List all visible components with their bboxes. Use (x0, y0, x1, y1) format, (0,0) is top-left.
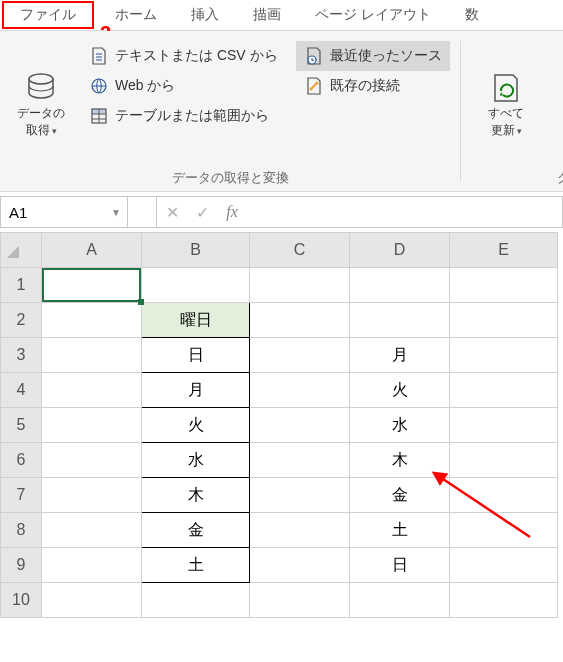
fx-icon: fx (226, 203, 238, 221)
cell-B4[interactable]: 月 (142, 373, 250, 408)
cell-B10[interactable] (142, 583, 250, 618)
cell-D7[interactable]: 金 (350, 478, 450, 513)
cell-D3[interactable]: 月 (350, 338, 450, 373)
col-header-D[interactable]: D (350, 233, 450, 268)
cell-B5[interactable]: 火 (142, 408, 250, 443)
enter-formula-button[interactable]: ✓ (187, 197, 217, 227)
cell-C5[interactable] (250, 408, 350, 443)
cell-B1[interactable] (142, 268, 250, 303)
cell-C9[interactable] (250, 548, 350, 583)
row-header-6[interactable]: 6 (1, 443, 42, 478)
cell-A8[interactable] (42, 513, 142, 548)
cell-C1[interactable] (250, 268, 350, 303)
cell-B7[interactable]: 木 (142, 478, 250, 513)
cancel-formula-button[interactable]: ✕ (157, 197, 187, 227)
cell-D2[interactable] (350, 303, 450, 338)
cell-E8[interactable] (450, 513, 558, 548)
col-header-A[interactable]: A (42, 233, 142, 268)
cell-E2[interactable] (450, 303, 558, 338)
cell-C2[interactable] (250, 303, 350, 338)
svg-point-0 (29, 74, 53, 84)
cell-C6[interactable] (250, 443, 350, 478)
existing-connections-button[interactable]: 既存の接続 (296, 71, 450, 101)
get-data-button[interactable]: データの 取得 (5, 35, 77, 139)
row-header-10[interactable]: 10 (1, 583, 42, 618)
check-icon: ✓ (196, 203, 209, 222)
recent-sources-label: 最近使ったソース (330, 47, 442, 65)
cell-D8[interactable]: 土 (350, 513, 450, 548)
svg-rect-3 (92, 109, 106, 114)
name-box[interactable]: A1 ▼ (1, 197, 128, 227)
cell-D1[interactable] (350, 268, 450, 303)
cell-E7[interactable] (450, 478, 558, 513)
row-header-9[interactable]: 9 (1, 548, 42, 583)
cell-D4[interactable]: 火 (350, 373, 450, 408)
refresh-all-label-2: 更新 (491, 122, 522, 139)
globe-icon (89, 76, 109, 96)
tab-page-layout[interactable]: ページ レイアウト (300, 1, 446, 29)
cell-A9[interactable] (42, 548, 142, 583)
cell-E4[interactable] (450, 373, 558, 408)
col-header-B[interactable]: B (142, 233, 250, 268)
tab-formulas[interactable]: 数 (450, 1, 494, 29)
cell-E3[interactable] (450, 338, 558, 373)
row-header-7[interactable]: 7 (1, 478, 42, 513)
recent-sources-button[interactable]: 最近使ったソース (296, 41, 450, 71)
cell-D9[interactable]: 日 (350, 548, 450, 583)
cell-E9[interactable] (450, 548, 558, 583)
cell-B2[interactable]: 曜日 (142, 303, 250, 338)
col-header-C[interactable]: C (250, 233, 350, 268)
row-header-8[interactable]: 8 (1, 513, 42, 548)
formula-input[interactable] (247, 197, 562, 227)
name-box-dropdown-icon[interactable]: ▼ (111, 207, 121, 218)
row-header-4[interactable]: 4 (1, 373, 42, 408)
cell-A6[interactable] (42, 443, 142, 478)
cell-C3[interactable] (250, 338, 350, 373)
cell-A5[interactable] (42, 408, 142, 443)
row-header-2[interactable]: 2 (1, 303, 42, 338)
cell-E10[interactable] (450, 583, 558, 618)
tab-insert[interactable]: 挿入 (176, 1, 234, 29)
cell-C8[interactable] (250, 513, 350, 548)
refresh-all-label-1: すべて (488, 105, 524, 122)
grid[interactable]: A B C D E 1 2 曜日 3 日 月 4 月 火 5 (0, 232, 558, 618)
refresh-icon (489, 71, 523, 105)
cell-E5[interactable] (450, 408, 558, 443)
group-queries-conn: すべて 更新 (470, 35, 560, 167)
insert-function-button[interactable]: fx (217, 197, 247, 227)
cell-A2[interactable] (42, 303, 142, 338)
select-all-corner[interactable] (1, 233, 42, 268)
cell-B8[interactable]: 金 (142, 513, 250, 548)
cell-C4[interactable] (250, 373, 350, 408)
table-icon (89, 106, 109, 126)
from-text-csv-button[interactable]: テキストまたは CSV から (81, 41, 286, 71)
row-header-3[interactable]: 3 (1, 338, 42, 373)
cell-A10[interactable] (42, 583, 142, 618)
ribbon-separator (460, 41, 461, 181)
col-header-E[interactable]: E (450, 233, 558, 268)
cell-D10[interactable] (350, 583, 450, 618)
cell-A4[interactable] (42, 373, 142, 408)
cell-D5[interactable]: 水 (350, 408, 450, 443)
cell-A7[interactable] (42, 478, 142, 513)
cell-E6[interactable] (450, 443, 558, 478)
tab-file[interactable]: ファイル (2, 1, 94, 29)
tab-draw[interactable]: 描画 (238, 1, 296, 29)
cell-E1[interactable] (450, 268, 558, 303)
row-header-1[interactable]: 1 (1, 268, 42, 303)
from-web-button[interactable]: Web から (81, 71, 286, 101)
cell-D6[interactable]: 木 (350, 443, 450, 478)
ribbon-tabs: ファイル ホーム 挿入 描画 ページ レイアウト 数 (0, 0, 563, 31)
row-header-5[interactable]: 5 (1, 408, 42, 443)
cell-C7[interactable] (250, 478, 350, 513)
refresh-all-button[interactable]: すべて 更新 (470, 35, 542, 139)
cell-B3[interactable]: 日 (142, 338, 250, 373)
cell-B6[interactable]: 水 (142, 443, 250, 478)
from-table-range-button[interactable]: テーブルまたは範囲から (81, 101, 286, 131)
cell-A1[interactable] (42, 268, 142, 303)
group-get-transform: データの 取得 テキストまたは CSV から (5, 35, 455, 167)
cell-B9[interactable]: 土 (142, 548, 250, 583)
cell-A3[interactable] (42, 338, 142, 373)
cell-C10[interactable] (250, 583, 350, 618)
svg-point-6 (315, 82, 318, 85)
